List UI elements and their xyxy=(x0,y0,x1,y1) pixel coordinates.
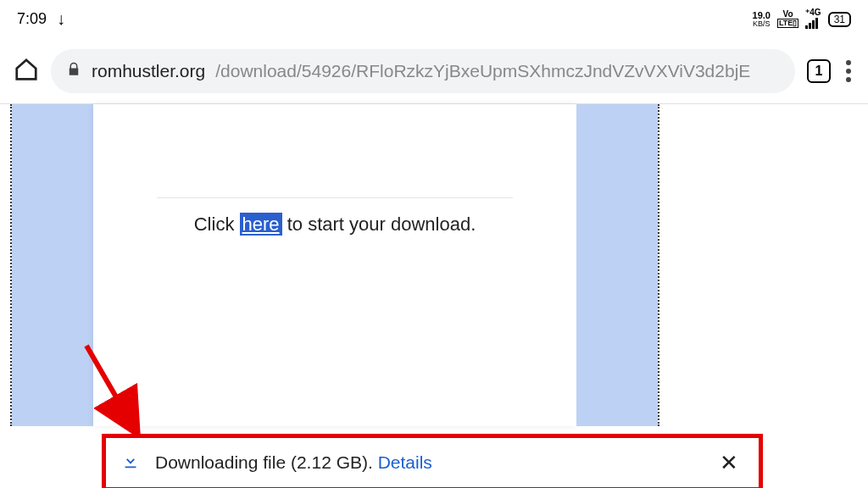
signal-icon xyxy=(805,17,818,29)
status-network-speed: 19.0 KB/S xyxy=(753,11,771,28)
webpage-viewport[interactable]: Click here to start your download. xyxy=(0,104,868,426)
status-bar: 7:09 ↓ 19.0 KB/S Vo LTE▯ ⁺4G 31 xyxy=(0,0,868,38)
download-text-before: Click xyxy=(194,214,240,235)
url-bar[interactable]: romhustler.org/download/54926/RFloRzkzYj… xyxy=(51,49,795,93)
battery-icon: 31 xyxy=(828,12,851,27)
status-volte-icon: Vo LTE▯ xyxy=(777,10,798,28)
download-details-link[interactable]: Details xyxy=(378,452,432,472)
url-path: /download/54926/RFloRzkzYjBxeUpmSXhmczJn… xyxy=(215,61,750,81)
download-text-after: to start your download. xyxy=(282,214,476,235)
tab-switcher-button[interactable]: 1 xyxy=(807,59,831,83)
download-notification-bar: Downloading file (2.12 GB). Details ✕ xyxy=(102,434,763,488)
download-link[interactable]: here xyxy=(240,213,282,236)
download-indicator-icon: ↓ xyxy=(57,9,65,29)
download-status-text: Downloading file (2.12 GB). Details xyxy=(155,452,699,473)
home-button[interactable] xyxy=(14,57,39,86)
status-4g: ⁺4G xyxy=(805,8,821,30)
url-origin: romhustler.org xyxy=(92,61,205,81)
more-menu-button[interactable] xyxy=(843,57,854,86)
browser-toolbar: romhustler.org/download/54926/RFloRzkzYj… xyxy=(0,38,868,104)
status-time: 7:09 xyxy=(17,10,47,28)
close-download-bar-button[interactable]: ✕ xyxy=(715,450,743,476)
page-content: Click here to start your download. xyxy=(93,104,576,426)
lock-icon xyxy=(66,61,81,81)
download-arrow-icon xyxy=(121,452,140,474)
